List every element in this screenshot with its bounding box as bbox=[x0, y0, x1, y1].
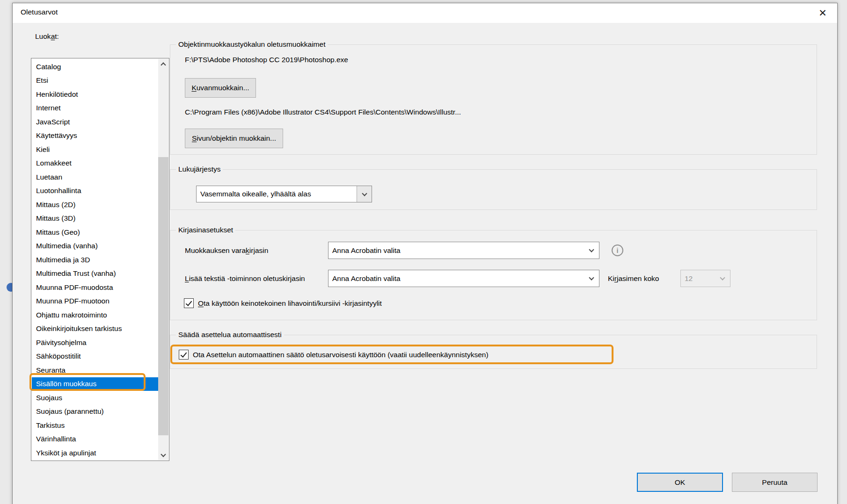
list-item[interactable]: Multimedia (vanha) bbox=[32, 239, 158, 253]
list-item[interactable]: Mittaus (3D) bbox=[32, 212, 158, 226]
list-item[interactable]: Etsi bbox=[32, 74, 158, 88]
dropdown-button[interactable] bbox=[584, 242, 599, 259]
image-editor-button[interactable]: Kuvanmuokkain... bbox=[185, 78, 256, 98]
list-item[interactable]: Ohjattu makrotoiminto bbox=[32, 308, 158, 322]
dropdown-button bbox=[715, 270, 730, 287]
close-icon: ✕ bbox=[818, 7, 827, 19]
font-size-combobox: 12 bbox=[680, 270, 730, 287]
add-text-font-label: Lisää tekstiä -toiminnon oletuskirjasin bbox=[185, 274, 305, 283]
reading-order-combobox[interactable]: Vasemmalta oikealle, ylhäältä alas bbox=[196, 186, 372, 202]
font-size-label: Kirjasimen koko bbox=[608, 274, 659, 283]
dialog-title: Oletusarvot bbox=[21, 8, 58, 16]
list-item[interactable]: Sähköpostitilit bbox=[32, 350, 158, 364]
chevron-down-icon bbox=[362, 191, 367, 196]
chevron-down-icon bbox=[589, 275, 594, 280]
fallback-font-value: Anna Acrobatin valita bbox=[329, 242, 584, 259]
title-bar: Oletusarvot ✕ bbox=[13, 3, 837, 23]
add-text-font-combobox[interactable]: Anna Acrobatin valita bbox=[328, 270, 599, 287]
auto-adjust-checkbox[interactable] bbox=[179, 350, 189, 360]
list-item[interactable]: Mittaus (Geo) bbox=[32, 225, 158, 239]
page-object-editor-button[interactable]: Sivun/objektin muokkain... bbox=[185, 129, 283, 148]
list-item[interactable]: Muunna PDF-muotoon bbox=[32, 295, 158, 309]
list-item[interactable]: Suojaus (parannettu) bbox=[32, 405, 158, 419]
scrollbar-thumb[interactable] bbox=[158, 157, 168, 435]
dropdown-button[interactable] bbox=[584, 270, 599, 287]
list-item[interactable]: Catalog bbox=[32, 60, 158, 74]
fallback-font-label: Muokkauksen varakirjasin bbox=[185, 246, 268, 255]
auto-adjust-label[interactable]: Ota Asettelun automaattinen säätö oletus… bbox=[193, 351, 489, 359]
list-item[interactable]: Yksiköt ja apulinjat bbox=[32, 446, 158, 460]
list-item[interactable]: Kieli bbox=[32, 143, 158, 157]
list-scrollbar[interactable] bbox=[158, 59, 168, 460]
font-size-value: 12 bbox=[681, 270, 715, 287]
list-item[interactable]: Mittaus (2D) bbox=[32, 198, 158, 212]
group-object-editors-title: Objektinmuokkaustyökalun oletusmuokkaime… bbox=[176, 40, 328, 49]
list-item[interactable]: Tarkistus bbox=[32, 418, 158, 432]
group-auto-layout: Säädä asettelua automaattisesti bbox=[170, 331, 817, 369]
category-list: Catalog Etsi Henkilötiedot Internet Java… bbox=[32, 59, 158, 460]
list-item[interactable]: Internet bbox=[32, 101, 158, 115]
info-icon[interactable]: i bbox=[612, 245, 623, 256]
add-text-font-value: Anna Acrobatin valita bbox=[329, 270, 584, 287]
list-item[interactable]: Multimedia ja 3D bbox=[32, 253, 158, 267]
list-item[interactable]: Päivitysohjelma bbox=[32, 336, 158, 350]
close-button[interactable]: ✕ bbox=[815, 6, 831, 21]
list-item[interactable]: Luetaan bbox=[32, 170, 158, 184]
list-item[interactable]: Multimedia Trust (vanha) bbox=[32, 267, 158, 281]
category-listbox: Catalog Etsi Henkilötiedot Internet Java… bbox=[31, 58, 169, 461]
group-reading-order-title: Lukujärjestys bbox=[176, 165, 223, 173]
list-item[interactable]: Värinhallinta bbox=[32, 432, 158, 446]
list-item[interactable]: Luotonhallinta bbox=[32, 184, 158, 198]
reading-order-value: Vasemmalta oikealle, ylhäältä alas bbox=[197, 186, 357, 202]
synthetic-styles-checkbox[interactable] bbox=[184, 298, 194, 308]
group-font-options-title: Kirjasinasetukset bbox=[176, 226, 235, 234]
list-item[interactable]: Suojaus bbox=[32, 391, 158, 405]
ok-button[interactable]: OK bbox=[637, 473, 723, 492]
page-object-editor-path: C:\Program Files (x86)\Adobe Illustrator… bbox=[185, 108, 461, 116]
scroll-down-button[interactable] bbox=[158, 450, 168, 460]
list-item[interactable]: Oikeinkirjoituksen tarkistus bbox=[32, 322, 158, 336]
scroll-up-button[interactable] bbox=[158, 59, 168, 69]
list-item[interactable]: Lomakkeet bbox=[32, 157, 158, 171]
chevron-down-icon bbox=[720, 275, 725, 280]
chevron-up-icon bbox=[161, 62, 166, 67]
synthetic-styles-label[interactable]: Ota käyttöön keinotekoinen lihavointi/ku… bbox=[198, 299, 382, 308]
group-auto-layout-title: Säädä asettelua automaattisesti bbox=[176, 331, 284, 339]
list-item[interactable]: Henkilötiedot bbox=[32, 87, 158, 101]
chevron-down-icon bbox=[589, 247, 594, 252]
list-item[interactable]: Seuranta bbox=[32, 363, 158, 377]
fallback-font-combobox[interactable]: Anna Acrobatin valita bbox=[328, 242, 599, 259]
categories-label: Luokat: bbox=[35, 32, 59, 41]
image-editor-path: F:\PTS\Adobe Photoshop CC 2019\Photoshop… bbox=[185, 56, 348, 64]
preferences-dialog: Oletusarvot ✕ Luokat: Catalog Etsi Henki… bbox=[12, 3, 838, 504]
cancel-button[interactable]: Peruuta bbox=[732, 473, 818, 492]
list-item[interactable]: Käytettävyys bbox=[32, 129, 158, 143]
dropdown-button[interactable] bbox=[357, 186, 372, 202]
list-item[interactable]: JavaScript bbox=[32, 115, 158, 129]
chevron-down-icon bbox=[161, 452, 166, 457]
list-item-selected[interactable]: Sisällön muokkaus bbox=[32, 377, 158, 391]
list-item[interactable]: Muunna PDF-muodosta bbox=[32, 281, 158, 295]
